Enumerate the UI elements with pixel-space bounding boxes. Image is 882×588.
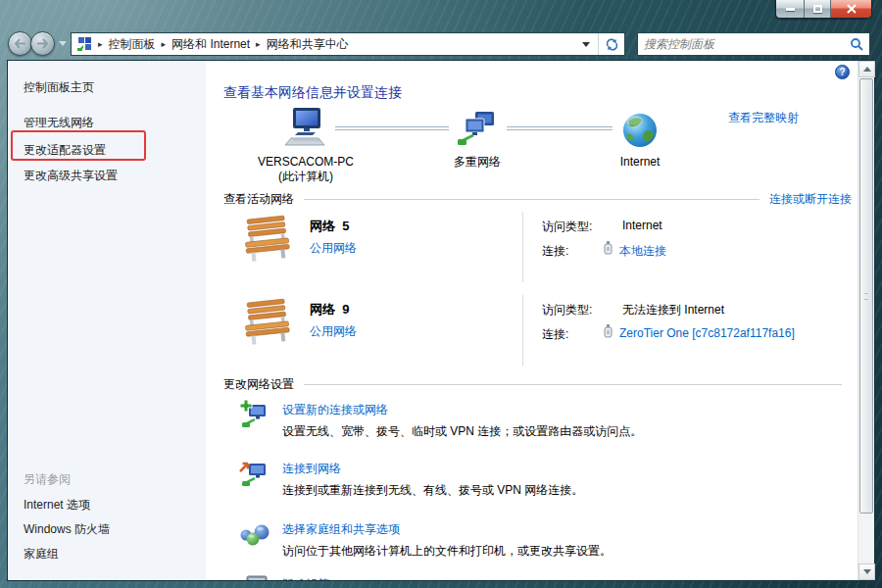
vertical-scrollbar[interactable] bbox=[858, 61, 874, 580]
breadcrumb-separator: ▸ bbox=[98, 39, 103, 49]
homegroup-sharing-link[interactable]: 选择家庭组和共享选项 bbox=[282, 521, 400, 538]
map-node-multiple-networks[interactable]: 多重网络 bbox=[428, 104, 526, 170]
new-connection-link[interactable]: 设置新的连接或网络 bbox=[282, 402, 388, 418]
connection-label: 连接: bbox=[542, 243, 568, 260]
breadcrumb: ▸ 控制面板 ▸ 网络和 Internet ▸ 网络和共享中心 bbox=[71, 32, 625, 56]
close-icon bbox=[847, 4, 857, 14]
setting-item-new-connection: 设置新的连接或网络 设置无线、宽带、拨号、临时或 VPN 连接；或设置路由器或访… bbox=[223, 400, 850, 451]
map-node-label: 多重网络 bbox=[428, 155, 526, 170]
troubleshoot-link[interactable]: 疑难解答 bbox=[282, 576, 329, 580]
search-icon[interactable] bbox=[850, 37, 863, 51]
homegroup-sharing-description: 访问位于其他网络计算机上的文件和打印机，或更改共享设置。 bbox=[282, 543, 612, 560]
divider bbox=[522, 295, 523, 366]
active-networks-header: 查看活动网络 连接或断开连接 bbox=[223, 191, 852, 208]
connection-link[interactable]: 本地连接 bbox=[619, 243, 666, 260]
homegroup-icon bbox=[239, 519, 270, 549]
breadcrumb-item-network-internet[interactable]: 网络和 Internet bbox=[172, 36, 250, 53]
breadcrumb-item-network-sharing[interactable]: 网络和共享中心 bbox=[267, 36, 349, 53]
connect-disconnect-link[interactable]: 连接或断开连接 bbox=[769, 191, 852, 208]
minimize-icon bbox=[786, 8, 795, 11]
divider bbox=[304, 199, 760, 200]
main-panel: ? 查看基本网络信息并设置连接 VERSCACOM-PC (此计 bbox=[206, 61, 858, 580]
sidebar-item-manage-wireless[interactable]: 管理无线网络 bbox=[24, 115, 94, 131]
setting-item-connect-network: 连接到网络 连接到或重新连接到无线、有线、拨号或 VPN 网络连接。 bbox=[223, 459, 850, 510]
sidebar-item-windows-firewall[interactable]: Windows 防火墙 bbox=[24, 521, 110, 538]
network-settings-header-label: 更改网络设置 bbox=[223, 376, 294, 393]
map-node-sublabel: (此计算机) bbox=[247, 170, 365, 184]
maximize-icon bbox=[813, 5, 822, 13]
page-title: 查看基本网络信息并设置连接 bbox=[223, 84, 402, 102]
connect-network-description: 连接到或重新连接到无线、有线、拨号或 VPN 网络连接。 bbox=[282, 482, 583, 499]
sidebar-item-control-panel-home[interactable]: 控制面板主页 bbox=[24, 79, 94, 96]
connection-link[interactable]: ZeroTier One [c7c8172af117fa16] bbox=[619, 326, 795, 340]
address-dropdown-icon[interactable] bbox=[582, 42, 590, 47]
access-type-label: 访问类型: bbox=[542, 219, 592, 235]
access-type-value: Internet bbox=[622, 219, 662, 232]
divider bbox=[522, 212, 523, 282]
network-name: 网络 5 bbox=[310, 218, 349, 235]
breadcrumb-separator: ▸ bbox=[256, 39, 261, 49]
sidebar-item-homegroup[interactable]: 家庭组 bbox=[24, 546, 59, 563]
scroll-down-icon bbox=[863, 569, 871, 574]
new-connection-icon bbox=[239, 400, 270, 429]
maximize-button[interactable] bbox=[805, 0, 831, 18]
connector-icon bbox=[603, 240, 613, 256]
public-network-bench-icon bbox=[241, 212, 294, 263]
network-settings-header: 更改网络设置 bbox=[223, 376, 852, 393]
troubleshoot-icon bbox=[239, 574, 270, 580]
forward-button[interactable] bbox=[30, 31, 55, 56]
window-controls bbox=[775, 0, 872, 19]
close-button[interactable] bbox=[831, 0, 871, 18]
scroll-up-icon bbox=[863, 67, 871, 72]
new-connection-description: 设置无线、宽带、拨号、临时或 VPN 连接；或设置路由器或访问点。 bbox=[282, 423, 642, 440]
help-button[interactable]: ? bbox=[835, 65, 850, 79]
connector-icon bbox=[603, 323, 613, 339]
network-center-icon bbox=[76, 36, 92, 52]
back-arrow-icon bbox=[14, 38, 26, 49]
breadcrumb-separator: ▸ bbox=[162, 39, 167, 49]
network-type-link[interactable]: 公用网络 bbox=[310, 240, 357, 257]
see-full-map-link[interactable]: 查看完整映射 bbox=[728, 110, 799, 126]
map-node-label: VERSCACOM-PC bbox=[247, 155, 365, 170]
network-row-5: 网络 5 公用网络 访问类型: Internet 连接: 本地连接 bbox=[223, 210, 850, 284]
network-name: 网络 9 bbox=[310, 301, 349, 318]
access-type-label: 访问类型: bbox=[542, 302, 592, 318]
connect-network-link[interactable]: 连接到网络 bbox=[282, 461, 341, 477]
navigation-buttons bbox=[8, 31, 67, 56]
content-area: 控制面板主页 管理无线网络 更改适配器设置 更改高级共享设置 另请参阅 Inte… bbox=[8, 61, 874, 580]
divider bbox=[304, 384, 842, 385]
refresh-icon bbox=[605, 37, 619, 52]
map-node-label: Internet bbox=[591, 155, 689, 170]
history-dropdown-icon[interactable] bbox=[59, 41, 67, 46]
sidebar: 控制面板主页 管理无线网络 更改适配器设置 更改高级共享设置 另请参阅 Inte… bbox=[8, 61, 206, 580]
network-sharing-center-window: ▸ 控制面板 ▸ 网络和 Internet ▸ 网络和共享中心 bbox=[0, 0, 882, 588]
connection-label: 连接: bbox=[542, 326, 568, 343]
public-network-bench-icon bbox=[241, 295, 294, 346]
network-row-9: 网络 9 公用网络 访问类型: 无法连接到 Internet 连接: ZeroT… bbox=[223, 293, 850, 368]
toolbar: ▸ 控制面板 ▸ 网络和 Internet ▸ 网络和共享中心 bbox=[0, 29, 882, 60]
scroll-up-button[interactable] bbox=[858, 61, 875, 77]
map-node-this-computer[interactable]: VERSCACOM-PC (此计算机) bbox=[247, 104, 365, 184]
active-networks-header-label: 查看活动网络 bbox=[223, 191, 294, 208]
back-button[interactable] bbox=[8, 31, 32, 56]
network-type-link[interactable]: 公用网络 bbox=[310, 323, 357, 340]
annotation-highlight-box bbox=[11, 130, 146, 161]
breadcrumb-item-control-panel[interactable]: 控制面板 bbox=[109, 36, 156, 53]
sidebar-item-advanced-sharing[interactable]: 更改高级共享设置 bbox=[24, 168, 118, 184]
setting-item-troubleshoot: 疑难解答 bbox=[223, 574, 850, 580]
map-node-internet[interactable]: Internet bbox=[591, 104, 689, 170]
setting-item-homegroup: 选择家庭组和共享选项 访问位于其他网络计算机上的文件和打印机，或更改共享设置。 bbox=[223, 519, 850, 570]
search-box bbox=[637, 32, 870, 56]
scroll-down-button[interactable] bbox=[858, 564, 875, 580]
refresh-button[interactable] bbox=[599, 33, 624, 55]
scrollbar-thumb[interactable] bbox=[859, 78, 873, 514]
access-type-value: 无法连接到 Internet bbox=[622, 302, 724, 318]
see-also-header: 另请参阅 bbox=[24, 471, 71, 488]
sidebar-item-internet-options[interactable]: Internet 选项 bbox=[24, 497, 90, 514]
search-input[interactable] bbox=[638, 37, 850, 51]
forward-arrow-icon bbox=[36, 38, 49, 49]
globe-icon bbox=[591, 104, 689, 149]
connect-network-icon bbox=[239, 459, 270, 488]
minimize-button[interactable] bbox=[776, 0, 805, 18]
